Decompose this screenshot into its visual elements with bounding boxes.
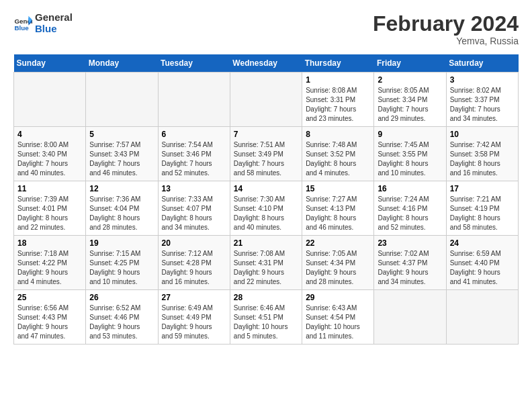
day-cell	[374, 290, 446, 345]
day-info: Sunrise: 7:57 AM Sunset: 3:43 PM Dayligh…	[89, 140, 154, 178]
day-cell: 24Sunrise: 6:59 AM Sunset: 4:40 PM Dayli…	[446, 236, 518, 290]
day-cell: 3Sunrise: 8:02 AM Sunset: 3:37 PM Daylig…	[446, 73, 518, 127]
day-info: Sunrise: 7:08 AM Sunset: 4:31 PM Dayligh…	[234, 249, 298, 287]
day-header-saturday: Saturday	[446, 54, 518, 73]
day-info: Sunrise: 7:18 AM Sunset: 4:22 PM Dayligh…	[17, 249, 82, 287]
day-info: Sunrise: 7:02 AM Sunset: 4:37 PM Dayligh…	[378, 249, 442, 287]
day-cell: 18Sunrise: 7:18 AM Sunset: 4:22 PM Dayli…	[14, 236, 86, 290]
week-row-5: 25Sunrise: 6:56 AM Sunset: 4:43 PM Dayli…	[14, 290, 519, 345]
day-cell: 25Sunrise: 6:56 AM Sunset: 4:43 PM Dayli…	[14, 290, 86, 345]
day-cell: 1Sunrise: 8:08 AM Sunset: 3:31 PM Daylig…	[302, 73, 374, 127]
logo-icon: General Blue	[13, 14, 32, 33]
day-number: 28	[234, 293, 298, 302]
day-cell: 13Sunrise: 7:33 AM Sunset: 4:07 PM Dayli…	[158, 181, 230, 236]
day-cell: 21Sunrise: 7:08 AM Sunset: 4:31 PM Dayli…	[230, 236, 302, 290]
day-number: 22	[306, 238, 370, 248]
week-row-4: 18Sunrise: 7:18 AM Sunset: 4:22 PM Dayli…	[14, 236, 519, 290]
day-cell: 28Sunrise: 6:46 AM Sunset: 4:51 PM Dayli…	[230, 290, 302, 345]
day-number: 6	[162, 130, 226, 139]
week-row-1: 1Sunrise: 8:08 AM Sunset: 3:31 PM Daylig…	[14, 73, 519, 127]
day-cell	[14, 73, 86, 127]
day-number: 5	[89, 130, 154, 139]
day-cell: 19Sunrise: 7:15 AM Sunset: 4:25 PM Dayli…	[86, 236, 158, 290]
day-number: 24	[450, 238, 515, 248]
day-header-friday: Friday	[374, 54, 446, 73]
day-info: Sunrise: 7:42 AM Sunset: 3:58 PM Dayligh…	[450, 140, 515, 178]
day-cell	[230, 73, 302, 127]
day-header-thursday: Thursday	[302, 54, 374, 73]
day-number: 26	[89, 293, 154, 302]
day-cell: 27Sunrise: 6:49 AM Sunset: 4:49 PM Dayli…	[158, 290, 230, 345]
day-info: Sunrise: 7:15 AM Sunset: 4:25 PM Dayligh…	[89, 249, 154, 287]
day-cell: 17Sunrise: 7:21 AM Sunset: 4:19 PM Dayli…	[446, 181, 518, 236]
logo-wordmark: General Blue	[35, 12, 73, 34]
day-cell: 6Sunrise: 7:54 AM Sunset: 3:46 PM Daylig…	[158, 127, 230, 181]
day-info: Sunrise: 6:56 AM Sunset: 4:43 PM Dayligh…	[17, 304, 82, 341]
day-number: 10	[450, 130, 515, 139]
day-number: 25	[17, 293, 82, 302]
day-info: Sunrise: 6:49 AM Sunset: 4:49 PM Dayligh…	[162, 304, 226, 341]
day-cell: 12Sunrise: 7:36 AM Sunset: 4:04 PM Dayli…	[86, 181, 158, 236]
day-cell: 20Sunrise: 7:12 AM Sunset: 4:28 PM Dayli…	[158, 236, 230, 290]
day-cell	[86, 73, 158, 127]
day-cell: 7Sunrise: 7:51 AM Sunset: 3:49 PM Daylig…	[230, 127, 302, 181]
day-info: Sunrise: 8:00 AM Sunset: 3:40 PM Dayligh…	[17, 140, 82, 178]
day-number: 3	[450, 75, 515, 85]
day-cell	[158, 73, 230, 127]
day-info: Sunrise: 8:08 AM Sunset: 3:31 PM Dayligh…	[306, 86, 370, 124]
day-cell: 26Sunrise: 6:52 AM Sunset: 4:46 PM Dayli…	[86, 290, 158, 345]
week-row-2: 4Sunrise: 8:00 AM Sunset: 3:40 PM Daylig…	[14, 127, 519, 181]
header: General Blue General Blue February 2024 …	[13, 12, 519, 46]
day-info: Sunrise: 7:45 AM Sunset: 3:55 PM Dayligh…	[378, 140, 442, 178]
day-number: 2	[378, 75, 442, 85]
day-number: 14	[234, 184, 298, 193]
day-info: Sunrise: 7:05 AM Sunset: 4:34 PM Dayligh…	[306, 249, 370, 287]
day-number: 20	[162, 238, 226, 248]
day-info: Sunrise: 7:33 AM Sunset: 4:07 PM Dayligh…	[162, 195, 226, 232]
day-info: Sunrise: 7:12 AM Sunset: 4:28 PM Dayligh…	[162, 249, 226, 287]
day-info: Sunrise: 6:52 AM Sunset: 4:46 PM Dayligh…	[89, 304, 154, 341]
day-cell: 29Sunrise: 6:43 AM Sunset: 4:54 PM Dayli…	[302, 290, 374, 345]
title-block: February 2024 Yemva, Russia	[373, 12, 519, 46]
header-row: SundayMondayTuesdayWednesdayThursdayFrid…	[14, 54, 519, 73]
day-info: Sunrise: 6:46 AM Sunset: 4:51 PM Dayligh…	[234, 304, 298, 341]
day-number: 1	[306, 75, 370, 85]
main-title: February 2024	[373, 12, 519, 36]
day-info: Sunrise: 7:36 AM Sunset: 4:04 PM Dayligh…	[89, 195, 154, 232]
day-cell: 14Sunrise: 7:30 AM Sunset: 4:10 PM Dayli…	[230, 181, 302, 236]
day-cell: 4Sunrise: 8:00 AM Sunset: 3:40 PM Daylig…	[14, 127, 86, 181]
day-number: 19	[89, 238, 154, 248]
day-number: 4	[17, 130, 82, 139]
logo: General Blue General Blue	[13, 12, 73, 34]
day-cell: 5Sunrise: 7:57 AM Sunset: 3:43 PM Daylig…	[86, 127, 158, 181]
day-number: 8	[306, 130, 370, 139]
day-header-wednesday: Wednesday	[230, 54, 302, 73]
day-cell: 15Sunrise: 7:27 AM Sunset: 4:13 PM Dayli…	[302, 181, 374, 236]
day-header-tuesday: Tuesday	[158, 54, 230, 73]
day-number: 15	[306, 184, 370, 193]
day-number: 16	[378, 184, 442, 193]
day-cell	[446, 290, 518, 345]
day-info: Sunrise: 7:51 AM Sunset: 3:49 PM Dayligh…	[234, 140, 298, 178]
day-cell: 16Sunrise: 7:24 AM Sunset: 4:16 PM Dayli…	[374, 181, 446, 236]
day-cell: 23Sunrise: 7:02 AM Sunset: 4:37 PM Dayli…	[374, 236, 446, 290]
day-header-monday: Monday	[86, 54, 158, 73]
subtitle: Yemva, Russia	[373, 36, 519, 46]
day-info: Sunrise: 7:24 AM Sunset: 4:16 PM Dayligh…	[378, 195, 442, 232]
svg-text:Blue: Blue	[14, 24, 29, 31]
day-number: 21	[234, 238, 298, 248]
calendar-container: General Blue General Blue February 2024 …	[0, 0, 532, 351]
day-number: 13	[162, 184, 226, 193]
day-info: Sunrise: 8:05 AM Sunset: 3:34 PM Dayligh…	[378, 86, 442, 124]
day-header-sunday: Sunday	[14, 54, 86, 73]
week-row-3: 11Sunrise: 7:39 AM Sunset: 4:01 PM Dayli…	[14, 181, 519, 236]
day-number: 12	[89, 184, 154, 193]
calendar-table: SundayMondayTuesdayWednesdayThursdayFrid…	[13, 54, 519, 345]
day-info: Sunrise: 6:43 AM Sunset: 4:54 PM Dayligh…	[306, 304, 370, 341]
day-number: 9	[378, 130, 442, 139]
day-cell: 9Sunrise: 7:45 AM Sunset: 3:55 PM Daylig…	[374, 127, 446, 181]
day-number: 18	[17, 238, 82, 248]
day-info: Sunrise: 7:21 AM Sunset: 4:19 PM Dayligh…	[450, 195, 515, 232]
day-cell: 10Sunrise: 7:42 AM Sunset: 3:58 PM Dayli…	[446, 127, 518, 181]
day-info: Sunrise: 8:02 AM Sunset: 3:37 PM Dayligh…	[450, 86, 515, 124]
